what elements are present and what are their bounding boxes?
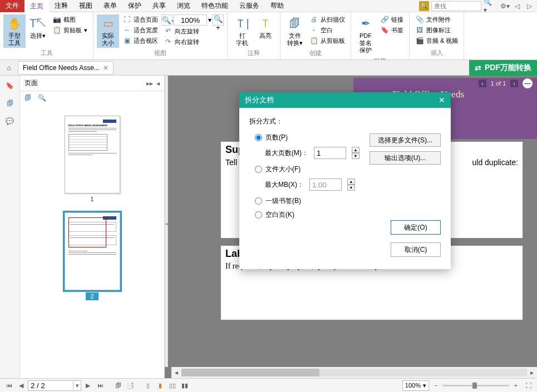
view-facing-icon[interactable]: ▯▯ bbox=[167, 380, 178, 390]
hscroll-left-icon[interactable]: ◂ bbox=[171, 369, 181, 376]
max-pages-input[interactable] bbox=[314, 147, 346, 159]
layout-1-icon[interactable]: 🗐 bbox=[112, 380, 124, 390]
thumb-tool1-icon[interactable]: 🗐 bbox=[24, 94, 31, 102]
menu-cloud[interactable]: 云服务 bbox=[234, 0, 265, 12]
collapse-icon[interactable]: ▸▸ bbox=[146, 80, 153, 87]
scanner-icon: 🖨 bbox=[309, 15, 318, 24]
from-clipboard-button[interactable]: 📋从剪贴板 bbox=[307, 36, 347, 46]
typewriter-button[interactable]: Ｔ| 打 字机 bbox=[231, 14, 253, 48]
thumbnail-1[interactable]: FIELD OFFICE NEEDS ASSESSMENT 1 bbox=[65, 116, 120, 202]
zoom-in-button[interactable]: 🔍+ bbox=[213, 14, 224, 26]
pdf-convert-badge[interactable]: ⇄ PDF万能转换 bbox=[469, 60, 537, 76]
max-mb-up[interactable]: ▲ bbox=[347, 178, 355, 185]
panel-menu-icon[interactable]: ◂ bbox=[156, 80, 160, 87]
image-annot-button[interactable]: 🖼图像标注 bbox=[413, 25, 460, 35]
select-button[interactable]: Ꭲ↖ 选择▾ bbox=[27, 14, 49, 41]
actual-size-button[interactable]: ▭ 实际 大小 bbox=[97, 14, 119, 48]
nav-fwd-icon[interactable]: ▷ bbox=[525, 2, 534, 11]
menu-help[interactable]: 帮助 bbox=[265, 0, 289, 12]
max-mb-down[interactable]: ▼ bbox=[347, 185, 355, 191]
output-options-button[interactable]: 输出选项(U)... bbox=[370, 151, 441, 165]
thumb-tool2-icon[interactable]: 🔍 bbox=[38, 94, 46, 102]
menu-view[interactable]: 视图 bbox=[73, 0, 98, 12]
fit-view-button[interactable]: ▣适合视区 bbox=[120, 36, 160, 46]
pdf-sign-button[interactable]: ✒ PDF 签名 保护 bbox=[354, 14, 377, 56]
zoom-input[interactable] bbox=[174, 14, 207, 26]
highlight-button[interactable]: Ｔ 高亮 bbox=[254, 14, 277, 41]
audio-video-button[interactable]: 🎬音频 & 视频 bbox=[413, 36, 460, 46]
preview-next-icon[interactable]: › bbox=[510, 80, 518, 87]
search-dropdown-icon[interactable]: 🔍▾ bbox=[484, 2, 492, 11]
blank-button[interactable]: ▫空白 bbox=[307, 25, 347, 35]
fit-page-button[interactable]: ⛶适合页面 bbox=[120, 14, 160, 24]
document-tab[interactable]: Field Office Needs Asse... ✕ bbox=[18, 61, 114, 75]
max-mb-input[interactable] bbox=[309, 178, 342, 191]
preview-minimize-icon[interactable]: — bbox=[523, 78, 533, 88]
nav-back-icon[interactable]: ◁ bbox=[513, 2, 521, 11]
menu-forms[interactable]: 表单 bbox=[98, 0, 122, 12]
page-dropdown-icon[interactable]: ▾ bbox=[73, 382, 81, 389]
from-scanner-button[interactable]: 🖨从扫描仪 bbox=[307, 14, 347, 24]
cancel-button[interactable]: 取消(C) bbox=[391, 242, 441, 257]
last-page-icon[interactable]: ⏭ bbox=[95, 380, 106, 390]
menu-file[interactable]: 文件 bbox=[0, 0, 24, 12]
ok-button[interactable]: 确定(O) bbox=[391, 220, 441, 235]
menu-home[interactable]: 主页 bbox=[24, 0, 49, 13]
bookmark-button[interactable]: 🔖书签 bbox=[378, 25, 406, 35]
thumb-panel-title: 页面 bbox=[24, 78, 143, 88]
rotate-left-icon: ↶ bbox=[164, 27, 173, 36]
fullscreen-icon[interactable]: ⛶ bbox=[523, 380, 534, 390]
next-page-icon[interactable]: ▶ bbox=[82, 380, 93, 390]
first-page-icon[interactable]: ⏮ bbox=[3, 380, 14, 390]
page-input[interactable] bbox=[28, 381, 73, 390]
search-input[interactable] bbox=[431, 1, 481, 11]
fit-width-button[interactable]: ↔适合宽度 bbox=[120, 25, 160, 35]
view-single-icon[interactable]: ▯ bbox=[142, 380, 154, 390]
prev-page-icon[interactable]: ◀ bbox=[16, 380, 27, 390]
screenshot-button[interactable]: 📷截图 bbox=[50, 14, 90, 24]
zoom-in-icon[interactable]: + bbox=[510, 380, 521, 390]
pages-icon[interactable]: 🗐 bbox=[4, 98, 16, 109]
thumbnail-2[interactable]: 2 bbox=[65, 212, 120, 300]
close-tab-icon[interactable]: ✕ bbox=[103, 64, 109, 72]
link-button[interactable]: 🔗链接 bbox=[378, 14, 406, 24]
horizontal-scrollbar[interactable]: ◂ ▸ bbox=[171, 367, 537, 378]
select-more-files-button[interactable]: 选择更多文件(S)... bbox=[370, 133, 441, 147]
view-continuous-icon[interactable]: ▮ bbox=[155, 380, 166, 390]
hscroll-right-icon[interactable]: ▸ bbox=[527, 369, 537, 376]
preview-prev-icon[interactable]: ‹ bbox=[479, 80, 486, 87]
menu-protect[interactable]: 保护 bbox=[122, 0, 147, 12]
hand-tool-button[interactable]: ✋ 手型 工具 bbox=[3, 14, 26, 48]
settings-icon[interactable]: ⚙▾ bbox=[500, 2, 509, 11]
home-tab-icon[interactable]: ⌂ bbox=[2, 61, 16, 75]
bookmarks-icon[interactable]: 🔖 bbox=[4, 80, 16, 91]
rotate-right-button[interactable]: ↷向右旋转 bbox=[161, 37, 224, 47]
zoom-dropdown[interactable]: ▾ bbox=[208, 16, 211, 24]
menu-share[interactable]: 共享 bbox=[147, 0, 171, 12]
max-pages-up[interactable]: ▲ bbox=[352, 147, 359, 153]
zoom-out-icon[interactable]: − bbox=[430, 380, 441, 390]
menu-annotate[interactable]: 注释 bbox=[49, 0, 73, 12]
select-icon: Ꭲ↖ bbox=[29, 16, 47, 31]
splitter-handle[interactable] bbox=[165, 76, 168, 367]
radio-bookmark[interactable]: 一级书签(B) bbox=[255, 196, 441, 206]
radio-filesize[interactable]: 文件大小(F) bbox=[255, 165, 441, 174]
search-icon[interactable]: 🔍 bbox=[419, 1, 429, 11]
zoom-out-button[interactable]: 🔍- bbox=[161, 14, 173, 26]
zoom-dropdown[interactable]: 100%▾ bbox=[402, 380, 429, 391]
radio-blank[interactable]: 空白页(K) bbox=[255, 210, 441, 220]
layout-2-icon[interactable]: 📑 bbox=[125, 380, 136, 390]
comments-icon[interactable]: 💬 bbox=[4, 116, 16, 127]
clipboard-button[interactable]: 📋剪贴板▾ bbox=[50, 25, 90, 35]
hscroll-thumb[interactable] bbox=[181, 369, 319, 376]
zoom-slider[interactable] bbox=[442, 385, 509, 386]
dialog-close-icon[interactable]: ✕ bbox=[439, 96, 445, 105]
menu-features[interactable]: 特色功能 bbox=[196, 0, 234, 12]
file-convert-button[interactable]: 🗐 文件 转换▾ bbox=[284, 14, 306, 48]
create-group-label: 创建 bbox=[284, 48, 347, 57]
max-pages-down[interactable]: ▼ bbox=[352, 153, 359, 159]
view-continuous-facing-icon[interactable]: ▮▮ bbox=[179, 380, 190, 390]
menu-browse[interactable]: 浏览 bbox=[171, 0, 196, 12]
file-attach-button[interactable]: 📎文件附件 bbox=[413, 14, 460, 24]
rotate-left-button[interactable]: ↶向左旋转 bbox=[161, 26, 224, 36]
